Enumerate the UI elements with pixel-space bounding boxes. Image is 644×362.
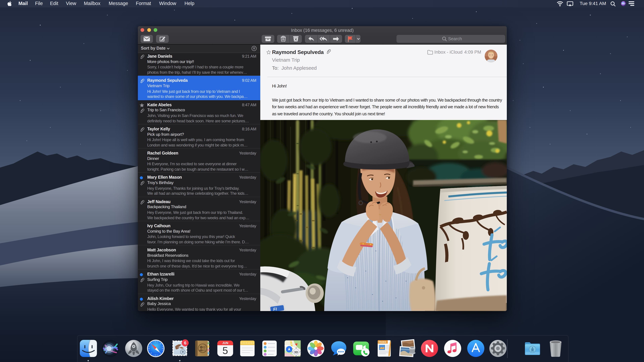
svg-text:JUN: JUN	[222, 341, 228, 345]
svg-text:PAGES: PAGES	[378, 341, 386, 343]
svg-text:5: 5	[222, 345, 228, 356]
svg-text:3D: 3D	[294, 351, 298, 354]
svg-text:6: 6	[184, 340, 186, 346]
